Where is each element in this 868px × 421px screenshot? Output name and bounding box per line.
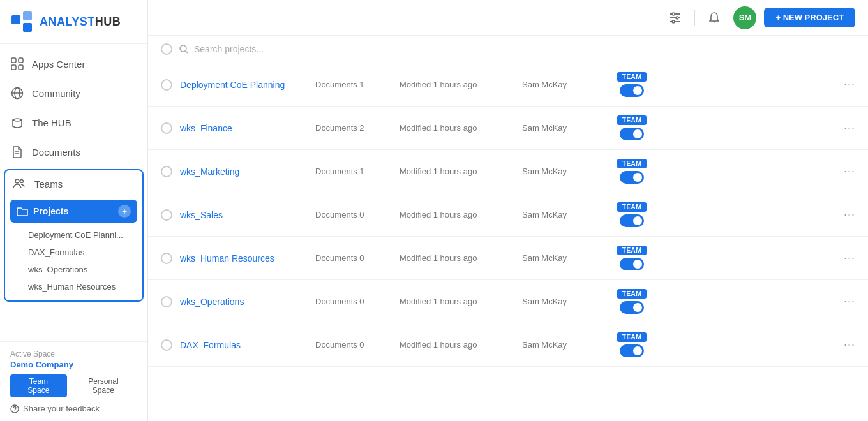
team-badge: TEAM bbox=[617, 332, 647, 342]
team-badge: TEAM bbox=[617, 159, 647, 168]
team-toggle[interactable] bbox=[620, 84, 644, 97]
svg-point-20 bbox=[676, 17, 678, 19]
team-space-button[interactable]: Team Space bbox=[10, 374, 67, 397]
row-checkbox[interactable] bbox=[161, 253, 172, 264]
row-checkbox[interactable] bbox=[161, 79, 172, 91]
personal-space-button[interactable]: Personal Space bbox=[70, 374, 137, 397]
project-docs: Documents 0 bbox=[315, 253, 392, 263]
logo-text: ANALYSTHUB bbox=[40, 15, 121, 29]
project-team-area: TEAM bbox=[606, 159, 657, 184]
row-checkbox[interactable] bbox=[161, 296, 172, 307]
logo-area[interactable]: ANALYSTHUB bbox=[0, 0, 147, 44]
add-project-button[interactable]: + bbox=[118, 205, 131, 218]
row-checkbox[interactable] bbox=[161, 122, 172, 134]
sidebar: ANALYSTHUB Apps Center bbox=[0, 0, 148, 421]
bell-button[interactable] bbox=[703, 6, 726, 29]
project-name[interactable]: wks_Sales bbox=[180, 210, 308, 220]
svg-rect-4 bbox=[19, 58, 23, 63]
project-docs: Documents 0 bbox=[315, 340, 392, 350]
row-menu-button[interactable]: ··· bbox=[844, 121, 855, 135]
svg-point-19 bbox=[672, 13, 675, 15]
sidebar-item-community[interactable]: Community bbox=[0, 78, 147, 108]
project-team-area: TEAM bbox=[606, 72, 657, 97]
svg-point-13 bbox=[20, 180, 24, 183]
team-badge: TEAM bbox=[617, 72, 647, 82]
table-row: wks_Marketing Documents 1 Modified 1 hou… bbox=[148, 150, 868, 193]
svg-rect-5 bbox=[11, 65, 16, 70]
bell-icon bbox=[708, 11, 721, 24]
search-input[interactable] bbox=[194, 44, 855, 54]
svg-point-21 bbox=[672, 20, 675, 23]
team-badge: TEAM bbox=[617, 246, 647, 255]
filter-icon-button[interactable] bbox=[664, 6, 687, 29]
project-modified: Modified 1 hours ago bbox=[400, 210, 514, 219]
project-modified: Modified 1 hours ago bbox=[400, 80, 514, 89]
row-checkbox[interactable] bbox=[161, 209, 172, 221]
project-owner: Sam McKay bbox=[522, 210, 599, 219]
sub-item-dax-formulas[interactable]: DAX_Formulas bbox=[5, 244, 142, 261]
sidebar-item-apps-center[interactable]: Apps Center bbox=[0, 49, 147, 78]
project-name[interactable]: wks_Human Resources bbox=[180, 253, 308, 263]
sidebar-item-the-hub[interactable]: The HUB bbox=[0, 108, 147, 137]
project-owner: Sam McKay bbox=[522, 166, 599, 176]
topbar-divider bbox=[694, 10, 695, 26]
project-owner: Sam McKay bbox=[522, 253, 599, 263]
sub-item-deployment[interactable]: Deployment CoE Planni... bbox=[5, 226, 142, 244]
projects-item[interactable]: Projects + bbox=[10, 200, 137, 223]
svg-rect-1 bbox=[23, 11, 32, 20]
svg-point-12 bbox=[15, 179, 19, 183]
team-toggle[interactable] bbox=[620, 301, 644, 314]
project-docs: Documents 2 bbox=[315, 123, 392, 133]
team-toggle[interactable] bbox=[620, 128, 644, 140]
project-owner: Sam McKay bbox=[522, 297, 599, 306]
row-menu-button[interactable]: ··· bbox=[844, 78, 855, 91]
team-toggle[interactable] bbox=[620, 258, 644, 270]
row-checkbox[interactable] bbox=[161, 166, 172, 177]
team-toggle[interactable] bbox=[620, 214, 644, 227]
row-menu-button[interactable]: ··· bbox=[844, 208, 855, 221]
row-menu-button[interactable]: ··· bbox=[844, 295, 855, 308]
sub-item-wks-operations[interactable]: wks_Operations bbox=[5, 261, 142, 278]
project-docs: Documents 1 bbox=[315, 166, 392, 176]
row-menu-button[interactable]: ··· bbox=[844, 165, 855, 178]
row-menu-button[interactable]: ··· bbox=[844, 338, 855, 351]
project-name[interactable]: wks_Operations bbox=[180, 297, 308, 307]
new-project-button[interactable]: + NEW PROJECT bbox=[764, 8, 855, 27]
nav-items: Apps Center Community The HUB bbox=[0, 44, 147, 341]
apps-center-icon bbox=[10, 57, 24, 71]
search-bar bbox=[148, 36, 868, 63]
active-space-label: Active Space bbox=[10, 350, 137, 358]
search-icon bbox=[179, 44, 189, 54]
apps-center-label: Apps Center bbox=[32, 59, 85, 70]
feedback-link[interactable]: Share your feedback bbox=[10, 404, 137, 413]
feedback-icon bbox=[10, 404, 19, 413]
project-name[interactable]: DAX_Formulas bbox=[180, 340, 308, 350]
project-name[interactable]: wks_Finance bbox=[180, 123, 308, 133]
project-name[interactable]: wks_Marketing bbox=[180, 166, 308, 177]
project-modified: Modified 1 hours ago bbox=[400, 123, 514, 133]
sidebar-item-documents[interactable]: Documents bbox=[0, 137, 147, 166]
project-owner: Sam McKay bbox=[522, 340, 599, 350]
community-label: Community bbox=[32, 88, 80, 99]
table-row: wks_Finance Documents 2 Modified 1 hours… bbox=[148, 107, 868, 150]
sub-item-wks-human-resources[interactable]: wks_Human Resources bbox=[5, 278, 142, 295]
team-toggle[interactable] bbox=[620, 344, 644, 357]
table-row: wks_Sales Documents 0 Modified 1 hours a… bbox=[148, 193, 868, 237]
hub-icon bbox=[10, 115, 24, 129]
svg-rect-6 bbox=[19, 65, 23, 70]
avatar[interactable]: SM bbox=[733, 6, 756, 29]
select-all-checkbox[interactable] bbox=[161, 43, 172, 55]
project-modified: Modified 1 hours ago bbox=[400, 253, 514, 263]
table-row: DAX_Formulas Documents 0 Modified 1 hour… bbox=[148, 323, 868, 367]
table-row: Deployment CoE Planning Documents 1 Modi… bbox=[148, 63, 868, 107]
team-toggle[interactable] bbox=[620, 171, 644, 184]
team-badge: TEAM bbox=[617, 202, 647, 212]
projects-label: Projects bbox=[33, 206, 118, 216]
row-menu-button[interactable]: ··· bbox=[844, 251, 855, 265]
project-name[interactable]: Deployment CoE Planning bbox=[180, 80, 308, 90]
sidebar-item-teams[interactable]: Teams bbox=[5, 170, 142, 197]
projects-list: Deployment CoE Planning Documents 1 Modi… bbox=[148, 63, 868, 421]
row-checkbox[interactable] bbox=[161, 339, 172, 351]
project-docs: Documents 0 bbox=[315, 297, 392, 306]
svg-rect-2 bbox=[23, 23, 32, 32]
